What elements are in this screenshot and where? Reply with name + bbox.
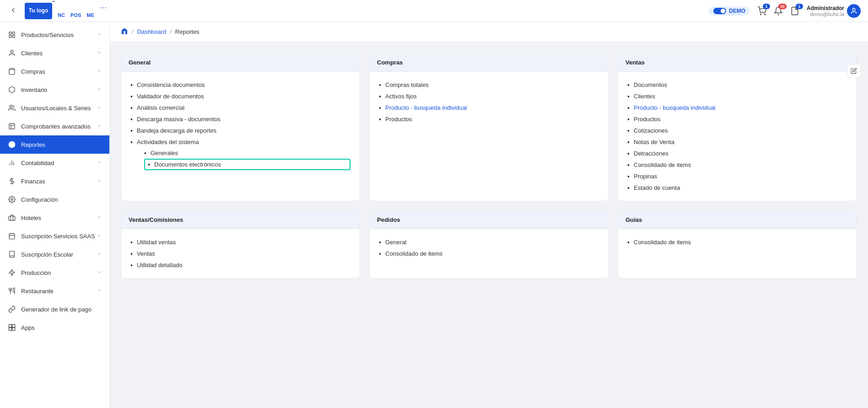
sidebar-item-label: Compras — [21, 68, 45, 75]
sidebar-item-restaurante[interactable]: Restaurante — [0, 282, 109, 300]
shopping-icon — [7, 67, 16, 76]
breadcrumb-dashboard[interactable]: Dashboard — [137, 28, 167, 35]
card-header-ventas: Ventas — [618, 54, 857, 72]
logo[interactable]: Tu logo — [25, 3, 52, 19]
list-item[interactable]: Actividades del sistema Generales Docume… — [130, 136, 350, 172]
list-item[interactable]: Productos — [627, 113, 847, 125]
cart-button[interactable]: 1 — [757, 6, 766, 16]
report-card-ventas-comisiones: Ventas/Comisiones Utilidad ventas Ventas… — [121, 210, 360, 279]
notifications-button[interactable]: 30 — [774, 6, 783, 16]
list-item[interactable]: Producto - busqueda individual — [379, 102, 599, 113]
card-body-ventas: Documentos Clientes Producto - busqueda … — [618, 72, 857, 201]
list-item[interactable]: Clientes — [627, 91, 847, 102]
list-item[interactable]: Consistencia documentos — [130, 79, 350, 91]
sidebar-item-reportes[interactable]: Reportes — [0, 135, 109, 154]
user-avatar — [847, 4, 861, 18]
report-card-compras: Compras Compras totales Activos fijos Pr… — [369, 53, 609, 201]
sidebar-item-contabilidad[interactable]: Contabilidad — [0, 154, 109, 172]
list-item[interactable]: Compras totales — [379, 79, 599, 91]
sidebar-item-finanzas[interactable]: Finanzas — [0, 172, 109, 190]
list-item[interactable]: General — [379, 236, 599, 248]
sidebar-collapse-button[interactable] — [7, 4, 19, 17]
chevron-down-icon — [97, 105, 102, 112]
svg-rect-23 — [9, 234, 15, 239]
cart-badge: 1 — [763, 4, 770, 9]
list-item[interactable]: Propinas — [627, 171, 847, 182]
svg-rect-31 — [9, 328, 11, 331]
pos-button[interactable]: POS — [70, 4, 81, 18]
list-item[interactable]: Utilidad ventas — [130, 236, 350, 248]
calendar-icon — [7, 231, 16, 241]
user-menu[interactable]: Administrador demo@buho.la — [807, 4, 861, 18]
fork-icon — [7, 286, 16, 295]
svg-rect-29 — [9, 324, 11, 327]
chevron-down-icon — [97, 123, 102, 130]
demo-toggle[interactable] — [713, 8, 726, 14]
list-item[interactable]: Documentos — [627, 79, 847, 91]
list-item[interactable]: Notas de Venta — [627, 136, 847, 148]
svg-point-10 — [11, 50, 13, 53]
logo-tag — [52, 1, 55, 2]
chevron-down-icon — [97, 288, 102, 295]
factory-icon — [7, 268, 16, 277]
edit-float-button[interactable] — [847, 64, 861, 78]
nc-button[interactable]: NC — [58, 4, 65, 18]
sidebar-item-inventario[interactable]: Inventario — [0, 81, 109, 99]
list-item[interactable]: Consolidado de items — [627, 236, 847, 248]
list-item[interactable]: Validador de documentos — [130, 91, 350, 102]
document-button[interactable]: 1 — [790, 6, 799, 16]
chevron-down-icon — [97, 160, 102, 166]
list-item[interactable]: Detracciones — [627, 148, 847, 159]
grid-icon — [7, 30, 16, 39]
sidebar-item-compras[interactable]: Compras — [0, 62, 109, 81]
sidebar-item-label: Restaurante — [21, 288, 54, 295]
sidebar-item-hoteles[interactable]: Hoteles — [0, 209, 109, 227]
svg-rect-30 — [12, 324, 15, 327]
demo-badge[interactable]: DEMO — [709, 6, 750, 16]
sidebar-item-label: Apps — [21, 324, 35, 331]
sidebar-item-suscripcion-saas[interactable]: Suscripción Servicios SAAS — [0, 227, 109, 245]
more-button[interactable]: ... — [100, 4, 107, 18]
card-body-compras: Compras totales Activos fijos Producto -… — [370, 72, 608, 132]
list-item[interactable]: Estado de cuenta — [627, 182, 847, 193]
list-item[interactable]: Consolidado de items — [379, 248, 599, 259]
list-item[interactable]: Producto - busqueda individual — [627, 102, 847, 113]
sidebar-item-produccion[interactable]: Producción — [0, 263, 109, 282]
sidebar-item-apps[interactable]: Apps — [0, 318, 109, 337]
list-item[interactable]: Descarga masiva - documentos — [130, 113, 350, 125]
svg-point-5 — [852, 8, 855, 11]
breadcrumb: / Dashboard / Reportes — [110, 22, 868, 42]
list-item[interactable]: Bandeja descarga de reportes — [130, 125, 350, 136]
list-item[interactable]: Análisis comercial — [130, 102, 350, 113]
list-item[interactable]: Cotizaciones — [627, 125, 847, 136]
sidebar-item-label: Productos/Servicios — [21, 32, 74, 38]
list-item[interactable]: Productos — [379, 113, 599, 125]
sidebar-item-generador-link[interactable]: Generador de link de pago — [0, 300, 109, 318]
header-right: DEMO 1 30 1 Administrador demo@buho.la — [709, 4, 861, 18]
sidebar-item-productos-servicios[interactable]: Productos/Servicios — [0, 26, 109, 44]
list-item[interactable]: Utilidad detallado — [130, 259, 350, 271]
school-icon — [7, 250, 16, 259]
sidebar-item-suscripcion-escolar[interactable]: Suscripción Escolar — [0, 245, 109, 263]
doc-badge: 1 — [796, 4, 803, 9]
sidebar-item-comprobantes-avanzados[interactable]: Comprobantes avanzados — [0, 117, 109, 135]
chevron-down-icon — [97, 178, 102, 185]
home-icon[interactable] — [121, 27, 128, 36]
svg-rect-6 — [9, 32, 11, 34]
chevron-down-icon — [97, 50, 102, 57]
layout: Productos/Servicios Clientes — [0, 22, 868, 408]
svg-rect-8 — [9, 35, 11, 38]
list-item[interactable]: Consolidado de items — [627, 159, 847, 171]
svg-point-4 — [765, 14, 766, 15]
sub-list-item-highlighted[interactable]: Documentos electrónicos — [144, 159, 350, 170]
me-button[interactable]: ME — [86, 4, 94, 18]
sub-list-item[interactable]: Generales — [144, 147, 350, 159]
sidebar-item-clientes[interactable]: Clientes — [0, 44, 109, 62]
sidebar-item-usuarios-locales[interactable]: Usuarios/Locales & Series — [0, 99, 109, 117]
card-header-guias: Guías — [618, 211, 857, 229]
card-header-pedidos: Pedidos — [370, 211, 608, 229]
sidebar-item-configuracion[interactable]: Configuración — [0, 190, 109, 209]
sidebar-item-label: Suscripción Escolar — [21, 251, 73, 258]
list-item[interactable]: Ventas — [130, 248, 350, 259]
list-item[interactable]: Activos fijos — [379, 91, 599, 102]
